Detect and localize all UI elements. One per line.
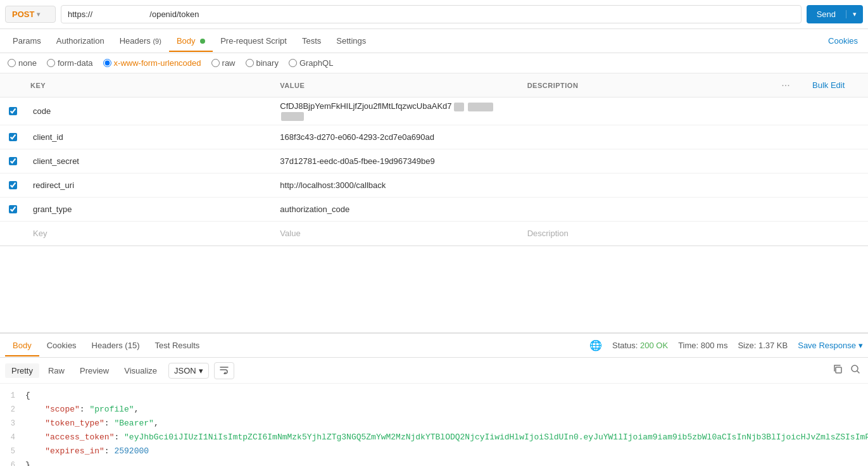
tab-params[interactable]: Params xyxy=(5,31,49,52)
th-key: KEY xyxy=(25,82,272,89)
row-3-bulk xyxy=(805,158,868,165)
body-type-raw-radio[interactable] xyxy=(211,59,220,67)
send-chevron-icon[interactable]: ▾ xyxy=(846,10,863,18)
row-3-value[interactable]: 37d12781-eedc-d0a5-fbee-19d967349be9 xyxy=(272,153,519,170)
tab-authorization[interactable]: Authorization xyxy=(49,31,112,52)
row-5-description[interactable] xyxy=(520,206,767,213)
tab-pre-request[interactable]: Pre-request Script xyxy=(213,31,294,52)
body-type-none-label: none xyxy=(18,58,37,68)
tab-headers-label: Headers xyxy=(120,36,151,46)
row-5-bulk xyxy=(805,206,868,213)
row-5-checkbox[interactable] xyxy=(9,205,17,213)
body-type-binary[interactable]: binary xyxy=(246,58,279,68)
cookies-link[interactable]: Cookies xyxy=(823,36,863,46)
row-2-bulk xyxy=(805,134,868,141)
tab-headers[interactable]: Headers (9) xyxy=(112,31,169,52)
row-4-bulk xyxy=(805,182,868,189)
row-3-key[interactable]: client_secret xyxy=(25,153,272,170)
table-row: client_secret 37d12781-eedc-d0a5-fbee-19… xyxy=(0,149,868,173)
tab-pre-request-label: Pre-request Script xyxy=(220,36,287,46)
method-chevron-icon: ▾ xyxy=(37,11,40,18)
table-header: KEY VALUE DESCRIPTION ··· Bulk Edit xyxy=(0,73,868,98)
row-3-extra xyxy=(767,158,805,165)
body-type-urlencoded[interactable]: x-www-form-urlencoded xyxy=(103,58,201,68)
row-1-key[interactable]: code xyxy=(25,103,272,120)
th-value: VALUE xyxy=(272,82,519,89)
body-params-table: KEY VALUE DESCRIPTION ··· Bulk Edit code… xyxy=(0,73,868,246)
send-button[interactable]: Send ▾ xyxy=(807,5,863,23)
tab-body[interactable]: Body xyxy=(169,31,213,52)
blurred-1 xyxy=(454,103,464,111)
headers-badge: (9) xyxy=(153,37,161,45)
row-4-description[interactable] xyxy=(520,182,767,189)
tab-settings-label: Settings xyxy=(336,36,366,46)
new-row-description-placeholder[interactable]: Description xyxy=(520,225,767,242)
row-1-extra xyxy=(767,108,805,115)
row-4-checkbox-cell xyxy=(0,177,25,193)
th-bulk-edit: Bulk Edit xyxy=(805,80,868,90)
body-type-none[interactable]: none xyxy=(8,58,37,68)
body-type-graphql-label: GraphQL xyxy=(299,58,333,68)
send-label: Send xyxy=(807,9,846,19)
row-2-extra xyxy=(767,134,805,141)
new-row: Key Value Description xyxy=(0,222,868,246)
new-row-key-placeholder[interactable]: Key xyxy=(25,225,272,242)
new-row-extra xyxy=(767,230,805,237)
tab-body-label: Body xyxy=(177,36,196,46)
th-description: DESCRIPTION xyxy=(520,82,767,89)
row-1-checkbox-cell xyxy=(0,103,25,119)
body-type-raw-label: raw xyxy=(222,58,236,68)
row-2-checkbox[interactable] xyxy=(9,133,17,141)
row-2-value[interactable]: 168f3c43-d270-e060-4293-2cd7e0a690ad xyxy=(272,129,519,146)
table-row: client_id 168f3c43-d270-e060-4293-2cd7e0… xyxy=(0,125,868,149)
body-type-urlencoded-label: x-www-form-urlencoded xyxy=(114,58,201,68)
body-type-graphql[interactable]: GraphQL xyxy=(289,58,333,68)
row-1-bulk xyxy=(805,108,868,115)
row-1-description[interactable] xyxy=(520,108,767,115)
body-type-form-data[interactable]: form-data xyxy=(47,58,93,68)
row-4-checkbox[interactable] xyxy=(9,181,17,189)
row-3-checkbox[interactable] xyxy=(9,157,17,165)
tab-tests-label: Tests xyxy=(302,36,321,46)
row-3-checkbox-cell xyxy=(0,153,25,169)
row-3-description[interactable] xyxy=(520,158,767,165)
table-row: code CfDJ8BjpYemFkHILjfZjou2flMtLfqzwcUb… xyxy=(0,98,868,125)
row-2-key[interactable]: client_id xyxy=(25,129,272,146)
body-type-binary-label: binary xyxy=(256,58,279,68)
blurred-3 xyxy=(281,112,304,121)
row-4-value[interactable]: http://localhost:3000/callback xyxy=(272,177,519,194)
url-input[interactable] xyxy=(61,5,802,23)
blurred-2 xyxy=(468,103,493,111)
tab-settings[interactable]: Settings xyxy=(329,31,374,52)
row-2-description[interactable] xyxy=(520,134,767,141)
row-5-key[interactable]: grant_type xyxy=(25,201,272,218)
body-type-form-data-label: form-data xyxy=(58,58,93,68)
bulk-edit-button[interactable]: Bulk Edit xyxy=(812,80,845,90)
body-type-binary-radio[interactable] xyxy=(246,59,254,67)
row-4-key[interactable]: redirect_uri xyxy=(25,177,272,194)
new-row-bulk xyxy=(805,230,868,237)
body-type-raw[interactable]: raw xyxy=(211,58,236,68)
method-selector[interactable]: POST ▾ xyxy=(5,6,56,23)
row-5-checkbox-cell xyxy=(0,201,25,217)
tab-tests[interactable]: Tests xyxy=(294,31,329,52)
request-tab-bar: Params Authorization Headers (9) Body Pr… xyxy=(0,29,868,53)
row-5-extra xyxy=(767,206,805,213)
body-type-bar: none form-data x-www-form-urlencoded raw… xyxy=(0,53,868,73)
url-bar: POST ▾ Send ▾ xyxy=(0,0,868,29)
row-4-extra xyxy=(767,182,805,189)
more-options-button[interactable]: ··· xyxy=(776,80,795,91)
body-type-form-data-radio[interactable] xyxy=(47,59,55,67)
tab-params-label: Params xyxy=(13,36,41,46)
body-type-graphql-radio[interactable] xyxy=(289,59,297,67)
row-1-checkbox[interactable] xyxy=(9,107,17,115)
row-2-checkbox-cell xyxy=(0,129,25,145)
table-row: grant_type authorization_code xyxy=(0,198,868,222)
row-5-value[interactable]: authorization_code xyxy=(272,201,519,218)
body-type-urlencoded-radio[interactable] xyxy=(103,59,111,67)
new-row-value-placeholder[interactable]: Value xyxy=(272,225,519,242)
new-row-checkbox-cell xyxy=(0,230,25,237)
body-type-none-radio[interactable] xyxy=(8,59,16,67)
row-1-value[interactable]: CfDJ8BjpYemFkHILjfZjou2flMtLfqzwcUbaAKd7 xyxy=(272,98,519,125)
table-row: redirect_uri http://localhost:3000/callb… xyxy=(0,173,868,198)
